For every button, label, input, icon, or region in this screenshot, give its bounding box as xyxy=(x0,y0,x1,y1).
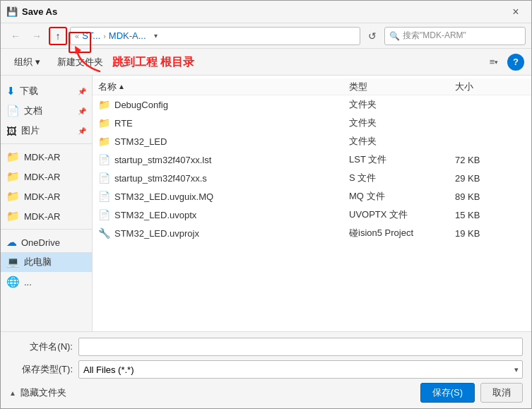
help-button[interactable]: ? xyxy=(507,54,524,71)
file-type: 文件夹 xyxy=(349,117,455,129)
sidebar-divider xyxy=(1,143,92,144)
file-icon: 📄 xyxy=(98,209,110,220)
filename-input[interactable] xyxy=(78,338,523,356)
sidebar-item-download[interactable]: ⬇ 下载 📌 xyxy=(1,81,92,101)
file-name-debugconfig: 📁 DebugConfig xyxy=(98,99,349,110)
toolbar: 组织 ▾ 新建文件夹 ≡ ▾ ? xyxy=(1,49,531,76)
file-label: STM32_LED xyxy=(114,136,167,147)
onedrive-icon: ☁ xyxy=(6,236,17,249)
folder-icon: 📁 xyxy=(98,136,110,147)
folder-icon: 📁 xyxy=(98,99,110,110)
file-label: startup_stm32f407xx.s xyxy=(114,173,207,184)
file-name-startup-s: 📄 startup_stm32f407xx.s xyxy=(98,172,349,184)
file-type: UVOPTX 文件 xyxy=(349,208,455,221)
filetype-select-wrapper[interactable]: All Files (*.*) xyxy=(78,360,523,379)
file-size: 29 KB xyxy=(455,173,526,184)
sidebar-label-images: 图片 xyxy=(21,124,40,137)
file-row[interactable]: 📄 startup_stm32f407xx.lst LST 文件 72 KB xyxy=(93,150,531,169)
thispc-icon: 💻 xyxy=(6,256,20,268)
file-row[interactable]: 📄 STM32_LED.uvguix.MQ MQ 文件 89 KB xyxy=(93,187,531,206)
view-arrow: ▾ xyxy=(495,59,498,66)
breadcrumb-arrow: › xyxy=(103,32,106,40)
filetype-select[interactable]: All Files (*.*) xyxy=(78,360,523,379)
sidebar-label-download: 下载 xyxy=(20,85,38,97)
forward-button[interactable]: → xyxy=(28,27,46,45)
sidebar-label-mdk3: MDK-AR xyxy=(24,191,60,202)
search-icon: 🔍 xyxy=(389,31,400,41)
sidebar: ⬇ 下载 📌 📄 文档 📌 🖼 图片 📌 📁 MDK-AR 📁 MD xyxy=(1,76,93,331)
up-button[interactable]: ↑ xyxy=(49,27,67,45)
sidebar-item-thispc[interactable]: 💻 此电脑 xyxy=(1,252,92,272)
sidebar-item-onedrive[interactable]: ☁ OneDrive xyxy=(1,232,92,252)
sidebar-item-docs[interactable]: 📄 文档 📌 xyxy=(1,101,92,121)
mdk1-icon: 📁 xyxy=(6,150,20,163)
file-row[interactable]: 📁 RTE 文件夹 xyxy=(93,114,531,132)
header-size[interactable]: 大小 xyxy=(455,81,526,93)
view-button[interactable]: ≡ ▾ xyxy=(485,53,503,71)
file-icon: 📄 xyxy=(98,172,110,184)
pin-icon-docs: 📌 xyxy=(78,107,86,115)
mdk4-icon: 📁 xyxy=(6,210,20,223)
sidebar-item-mdk1[interactable]: 📁 MDK-AR xyxy=(1,147,92,167)
file-label: STM32_LED.uvoptx xyxy=(114,210,196,220)
close-button[interactable]: × xyxy=(506,2,526,22)
sidebar-item-images[interactable]: 🖼 图片 📌 xyxy=(1,121,92,141)
save-button[interactable]: 保存(S) xyxy=(420,383,475,403)
hide-files-label[interactable]: 隐藏文件夹 xyxy=(20,386,66,399)
sidebar-label-thispc: 此电脑 xyxy=(24,256,52,268)
breadcrumb-bar[interactable]: « ST... › MDK-A... ▾ xyxy=(70,27,360,45)
filename-row: 文件名(N): xyxy=(9,338,523,356)
file-size: 19 KB xyxy=(455,228,526,239)
breadcrumb-mdk[interactable]: MDK-A... xyxy=(109,30,146,41)
file-label: STM32_LED.uvprojx xyxy=(114,228,199,239)
sidebar-item-network[interactable]: 🌐 ... xyxy=(1,272,92,292)
organize-button[interactable]: 组织 ▾ xyxy=(8,53,47,71)
sidebar-item-mdk3[interactable]: 📁 MDK-AR xyxy=(1,186,92,206)
new-folder-label: 新建文件夹 xyxy=(57,56,103,69)
sidebar-item-mdk4[interactable]: 📁 MDK-AR xyxy=(1,206,92,226)
sidebar-label-onedrive: OneDrive xyxy=(21,237,60,248)
mdk3-icon: 📁 xyxy=(6,190,20,203)
filename-label: 文件名(N): xyxy=(9,340,73,353)
file-row[interactable]: 📁 DebugConfig 文件夹 xyxy=(93,95,531,114)
file-type: 碰ision5 Project xyxy=(349,227,455,239)
file-row[interactable]: 📄 startup_stm32f407xx.s S 文件 29 KB xyxy=(93,169,531,187)
sidebar-label-mdk1: MDK-AR xyxy=(24,152,60,162)
file-label: STM32_LED.uvguix.MQ xyxy=(114,191,213,202)
file-icon: 📄 xyxy=(98,154,110,165)
sidebar-divider2 xyxy=(1,229,92,230)
header-name[interactable]: 名称 ▲ xyxy=(98,81,349,93)
pin-icon: 📌 xyxy=(78,88,86,95)
file-row[interactable]: 📄 STM32_LED.uvoptx UVOPTX 文件 15 KB xyxy=(93,206,531,224)
file-name-stm32led: 📁 STM32_LED xyxy=(98,136,349,147)
search-box[interactable]: 🔍 搜索"MDK-ARM" xyxy=(384,27,526,45)
file-size: 72 KB xyxy=(455,155,526,165)
breadcrumb-st[interactable]: ST... xyxy=(82,30,100,41)
title-bar: 💾 Save As × xyxy=(1,1,531,23)
footer-left: ▲ 隐藏文件夹 xyxy=(9,386,415,399)
file-list-header: 名称 ▲ 类型 大小 xyxy=(93,78,531,95)
sidebar-item-mdk2[interactable]: 📁 MDK-AR xyxy=(1,167,92,186)
view-icon: ≡ xyxy=(490,57,495,67)
sidebar-label-network: ... xyxy=(24,277,32,288)
main-area: ⬇ 下载 📌 📄 文档 📌 🖼 图片 📌 📁 MDK-AR 📁 MD xyxy=(1,76,531,331)
file-row[interactable]: 🔧 STM32_LED.uvprojx 碰ision5 Project 19 K… xyxy=(93,224,531,242)
organize-arrow: ▾ xyxy=(35,57,40,67)
chevron-icon: ▲ xyxy=(9,389,16,397)
organize-label: 组织 xyxy=(14,56,32,69)
file-row[interactable]: 📁 STM32_LED 文件夹 xyxy=(93,132,531,150)
header-type[interactable]: 类型 xyxy=(349,81,455,93)
filetype-row: 保存类型(T): All Files (*.*) xyxy=(9,360,523,379)
file-list-area: 名称 ▲ 类型 大小 📁 DebugConfig 文件夹 📁 RTE xyxy=(93,76,531,331)
sidebar-label-docs: 文档 xyxy=(24,105,42,117)
search-placeholder: 搜索"MDK-ARM" xyxy=(403,30,466,42)
file-type: 文件夹 xyxy=(349,98,455,111)
dialog-icon: 💾 xyxy=(6,6,18,18)
file-label: startup_stm32f407xx.lst xyxy=(114,155,211,165)
refresh-button[interactable]: ↺ xyxy=(363,27,382,45)
filetype-label: 保存类型(T): xyxy=(9,363,73,376)
breadcrumb-dropdown[interactable]: ▾ xyxy=(149,28,163,44)
new-folder-button[interactable]: 新建文件夹 xyxy=(51,53,110,71)
back-button[interactable]: ← xyxy=(6,27,25,45)
cancel-button[interactable]: 取消 xyxy=(480,383,523,403)
